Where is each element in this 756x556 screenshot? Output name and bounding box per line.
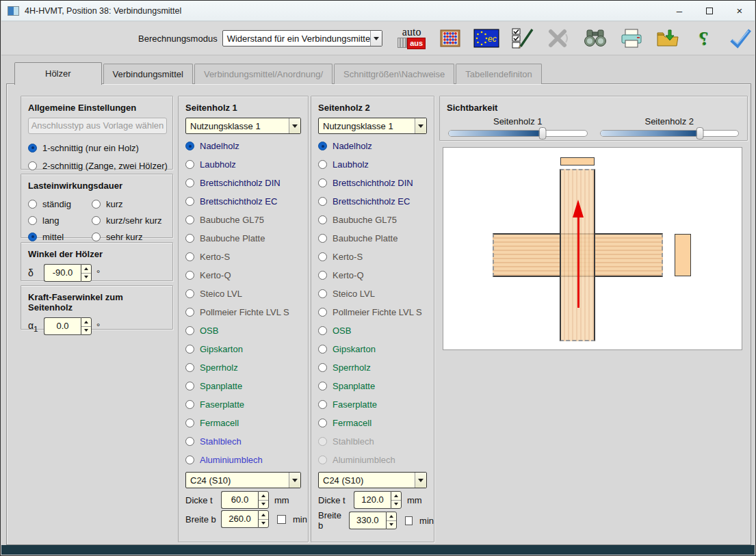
option-nadelholz[interactable]: Nadelholz	[318, 137, 434, 155]
option-gipskarton[interactable]: Gipskarton	[318, 340, 434, 358]
option-steico-lvl[interactable]: Steico LVL	[318, 284, 434, 303]
radio-icon[interactable]	[318, 382, 327, 390]
service-class-select[interactable]: Nutzungsklasse 1	[318, 118, 427, 134]
radio-icon[interactable]	[318, 345, 327, 354]
option-fermacell[interactable]: Fermacell	[318, 414, 434, 432]
option-steico-lvl[interactable]: Steico LVL	[185, 284, 308, 303]
option-kerto-q[interactable]: Kerto-Q	[185, 266, 308, 284]
visibility-slider-seitenholz-2[interactable]	[600, 130, 740, 137]
radio-icon[interactable]	[185, 142, 194, 150]
radio-icon[interactable]	[185, 326, 194, 335]
delta-value[interactable]: -90.0	[44, 264, 81, 282]
search-button[interactable]	[583, 26, 608, 51]
spin-up-button[interactable]	[259, 492, 268, 501]
option-brettschichtholz-ec[interactable]: Brettschichtholz EC	[318, 192, 434, 211]
option-kerto-q[interactable]: Kerto-Q	[318, 266, 434, 284]
radio-icon[interactable]	[318, 234, 327, 243]
option-faserplatte[interactable]: Faserplatte	[185, 395, 308, 414]
radio-icon[interactable]	[92, 216, 101, 225]
radio-icon[interactable]	[318, 289, 327, 298]
option-brettschichtholz-din[interactable]: Brettschichtholz DIN	[185, 174, 308, 192]
save-button[interactable]	[655, 26, 680, 51]
radio-icon[interactable]	[185, 308, 194, 317]
abacus-button[interactable]	[438, 26, 462, 51]
check-edit-button[interactable]	[510, 26, 535, 51]
radio-icon[interactable]	[92, 233, 101, 241]
radio-icon[interactable]	[185, 215, 194, 224]
print-button[interactable]	[619, 26, 644, 51]
radio-icon[interactable]	[185, 382, 194, 390]
thickness-value[interactable]: 120.0	[354, 491, 391, 509]
radio-icon[interactable]	[185, 363, 194, 372]
radio-icon[interactable]	[318, 400, 327, 409]
radio-icon[interactable]	[185, 437, 194, 446]
option-laubholz[interactable]: Laubholz	[318, 155, 434, 174]
radio-icon[interactable]	[318, 419, 327, 427]
option-2-schnittig-zange-zwei-hölzer[interactable]: 2-schnittig (Zange, zwei Hölzer)	[28, 157, 172, 174]
spin-up-button[interactable]	[81, 318, 91, 327]
radio-icon[interactable]	[185, 345, 194, 354]
radio-icon[interactable]	[92, 200, 101, 209]
option-kerto-s[interactable]: Kerto-S	[318, 248, 434, 266]
option-laubholz[interactable]: Laubholz	[185, 155, 308, 174]
radio-icon[interactable]	[318, 308, 327, 317]
radio-icon[interactable]	[185, 160, 194, 169]
radio-icon[interactable]	[318, 326, 327, 335]
min-checkbox[interactable]	[277, 515, 286, 524]
option-sperrholz[interactable]: Sperrholz	[185, 358, 308, 377]
option-fermacell[interactable]: Fermacell	[185, 414, 308, 432]
visibility-slider-seitenholz-1[interactable]	[448, 130, 588, 137]
radio-icon[interactable]	[185, 400, 194, 409]
spin-down-button[interactable]	[81, 327, 91, 335]
min-checkbox[interactable]	[405, 516, 413, 525]
option-pollmeier-fichte-lvl-s[interactable]: Pollmeier Fichte LVL S	[318, 303, 434, 321]
spin-up-button[interactable]	[387, 512, 396, 521]
radio-icon[interactable]	[28, 216, 37, 225]
alpha-value[interactable]: 0.0	[44, 317, 81, 335]
radio-icon[interactable]	[318, 178, 327, 187]
option-kurz-sehr-kurz[interactable]: kurz/sehr kurz	[92, 212, 162, 228]
radio-icon[interactable]	[185, 252, 194, 261]
radio-icon[interactable]	[318, 142, 327, 150]
strength-grade-select[interactable]: C24 (S10)	[318, 472, 427, 488]
minimize-button[interactable]: –	[664, 1, 694, 21]
radio-icon[interactable]	[318, 215, 327, 224]
radio-icon[interactable]	[28, 161, 37, 170]
spin-down-button[interactable]	[259, 520, 268, 528]
option-osb[interactable]: OSB	[185, 321, 308, 340]
slider-thumb[interactable]	[539, 127, 547, 140]
option-baubuche-platte[interactable]: Baubuche Platte	[185, 229, 308, 248]
thickness-value[interactable]: 60.0	[221, 491, 258, 509]
option-nadelholz[interactable]: Nadelholz	[185, 137, 308, 155]
radio-icon[interactable]	[185, 289, 194, 298]
option-stahlblech[interactable]: Stahlblech	[185, 432, 308, 451]
maximize-button[interactable]	[694, 1, 725, 21]
spin-down-button[interactable]	[391, 501, 401, 509]
radio-icon[interactable]	[185, 271, 194, 280]
radio-icon[interactable]	[318, 252, 327, 261]
radio-icon[interactable]	[28, 200, 37, 209]
auto-aus-toggle-button[interactable]: auto aus	[397, 26, 426, 51]
strength-grade-select[interactable]: C24 (S10)	[185, 472, 301, 488]
option-kurz[interactable]: kurz	[92, 196, 162, 212]
option-spanplatte[interactable]: Spanplatte	[185, 377, 308, 395]
spin-up-button[interactable]	[259, 511, 268, 520]
width-value[interactable]: 260.0	[221, 510, 258, 528]
slider-thumb[interactable]	[696, 127, 703, 140]
width-value[interactable]: 330.0	[349, 512, 386, 529]
radio-icon[interactable]	[318, 197, 327, 206]
tab-hölzer[interactable]: Hölzer	[14, 62, 102, 85]
option-aluminiumblech[interactable]: Aluminiumblech	[185, 451, 308, 469]
spin-down-button[interactable]	[387, 521, 396, 529]
option-pollmeier-fichte-lvl-s[interactable]: Pollmeier Fichte LVL S	[185, 303, 308, 321]
option-ständig[interactable]: ständig	[28, 196, 71, 212]
spin-down-button[interactable]	[259, 501, 268, 509]
option-kerto-s[interactable]: Kerto-S	[185, 248, 308, 266]
option-osb[interactable]: OSB	[318, 321, 434, 340]
option-sperrholz[interactable]: Sperrholz	[318, 358, 434, 377]
option-brettschichtholz-din[interactable]: Brettschichtholz DIN	[318, 174, 434, 192]
close-button[interactable]: ×	[725, 1, 755, 21]
option-faserplatte[interactable]: Faserplatte	[318, 395, 434, 414]
eurocode-ec-button[interactable]: ec	[474, 26, 499, 51]
option-gipskarton[interactable]: Gipskarton	[185, 340, 308, 358]
